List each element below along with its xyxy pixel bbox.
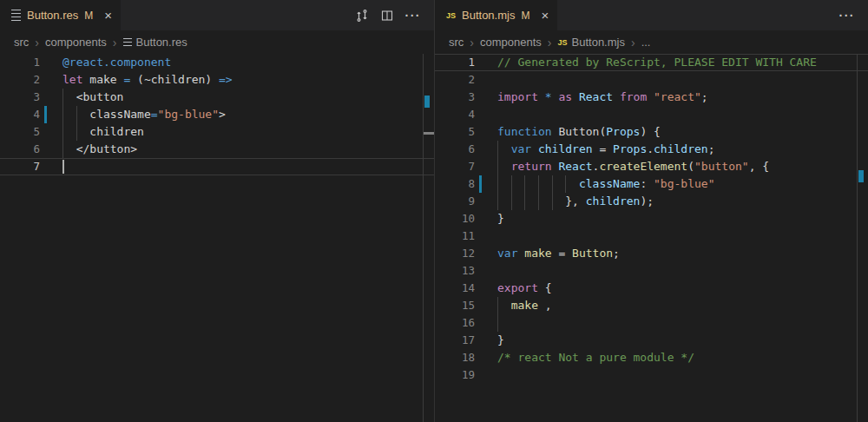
code-line-1[interactable]: 1@react.component — [0, 54, 434, 71]
token: "react" — [654, 90, 701, 103]
left-breadcrumb: src›components›Button.res — [0, 30, 434, 54]
code-line-19[interactable]: 19 — [435, 366, 868, 384]
line-number[interactable]: 11 — [435, 227, 475, 245]
line-number[interactable]: 2 — [0, 71, 40, 89]
tab-button-res[interactable]: Button.res M × — [0, 0, 121, 30]
list-file-icon — [11, 10, 21, 21]
indent-guide — [538, 175, 539, 193]
code-text — [62, 158, 434, 175]
line-number[interactable]: 16 — [435, 314, 475, 332]
token: "bg-blue" — [654, 177, 714, 190]
close-icon[interactable]: × — [104, 9, 112, 22]
code-line-18[interactable]: 18/* react Not a pure module */ — [435, 349, 868, 366]
breadcrumb-item[interactable]: components — [45, 36, 107, 49]
editor-split-view: Button.res M × — [0, 0, 868, 422]
token: </button> — [62, 142, 137, 155]
code-line-15[interactable]: 15 make , — [435, 297, 868, 314]
breadcrumb-item[interactable]: src — [449, 36, 464, 49]
line-number[interactable]: 1 — [435, 54, 475, 71]
line-number[interactable]: 4 — [0, 106, 40, 123]
code-line-5[interactable]: 5function Button(Props) { — [435, 123, 868, 141]
code-line-5[interactable]: 5 children — [0, 123, 434, 141]
code-line-10[interactable]: 10} — [435, 210, 868, 227]
line-number[interactable]: 3 — [435, 89, 475, 106]
code-line-3[interactable]: 3 <button — [0, 89, 434, 106]
code-line-4[interactable]: 4 className="bg-blue"> — [0, 106, 434, 123]
code-line-7[interactable]: 7 return React.createElement("button", { — [435, 158, 868, 175]
close-icon[interactable]: × — [541, 9, 549, 22]
line-number[interactable]: 7 — [435, 158, 475, 175]
line-number[interactable]: 7 — [0, 158, 40, 175]
breadcrumb-item[interactable]: components — [480, 36, 542, 49]
gutter — [40, 141, 62, 158]
code-text: // Generated by ReScript, PLEASE EDIT WI… — [497, 54, 868, 71]
code-text: }, children); — [497, 193, 868, 210]
code-line-2[interactable]: 2 — [435, 71, 868, 89]
line-number[interactable]: 8 — [435, 175, 475, 193]
breadcrumb-item[interactable]: src — [14, 36, 29, 49]
right-code-editor[interactable]: 1// Generated by ReScript, PLEASE EDIT W… — [435, 54, 868, 422]
line-number[interactable]: 10 — [435, 210, 475, 227]
breadcrumb-item[interactable]: Button.res — [123, 36, 187, 49]
line-number[interactable]: 2 — [435, 71, 475, 89]
code-line-7[interactable]: 7 — [0, 158, 434, 175]
token: make — [524, 247, 551, 260]
code-line-6[interactable]: 6 </button> — [0, 141, 434, 158]
code-line-12[interactable]: 12var make = Button; — [435, 245, 868, 262]
code-line-6[interactable]: 6 var children = Props.children; — [435, 141, 868, 158]
line-number[interactable]: 9 — [435, 193, 475, 210]
tab-button-mjs[interactable]: JS Button.mjs M × — [435, 0, 557, 30]
token: = — [593, 142, 613, 155]
line-number[interactable]: 5 — [435, 123, 475, 141]
token: children — [538, 142, 593, 155]
gutter — [475, 227, 497, 245]
editor-actions: ··· — [839, 0, 868, 30]
code-text: var make = Button; — [497, 245, 868, 262]
more-actions-icon[interactable]: ··· — [405, 10, 422, 22]
line-number[interactable]: 18 — [435, 349, 475, 366]
code-line-17[interactable]: 17} — [435, 332, 868, 349]
open-changes-icon[interactable] — [355, 9, 369, 23]
token: import — [497, 90, 538, 103]
modified-lines-mark — [424, 96, 430, 108]
token: { — [538, 281, 552, 294]
split-editor-icon[interactable] — [380, 9, 394, 23]
line-number[interactable]: 12 — [435, 245, 475, 262]
line-number[interactable]: 4 — [435, 106, 475, 123]
code-line-9[interactable]: 9 }, children); — [435, 193, 868, 210]
indent-guide — [76, 106, 77, 123]
code-line-3[interactable]: 3import * as React from "react"; — [435, 89, 868, 106]
breadcrumb-item[interactable]: ... — [641, 36, 651, 49]
code-line-1[interactable]: 1// Generated by ReScript, PLEASE EDIT W… — [435, 54, 868, 71]
line-number[interactable]: 1 — [0, 54, 40, 71]
line-number[interactable]: 6 — [435, 141, 475, 158]
line-number[interactable]: 19 — [435, 366, 475, 384]
token: className — [579, 177, 640, 190]
breadcrumb-item[interactable]: JSButton.mjs — [558, 36, 625, 49]
token: ( — [687, 160, 694, 173]
token — [497, 160, 511, 173]
code-line-11[interactable]: 11 — [435, 227, 868, 245]
js-file-icon: JS — [446, 11, 456, 20]
line-number[interactable]: 13 — [435, 262, 475, 280]
code-line-8[interactable]: 8 className: "bg-blue" — [435, 175, 868, 193]
left-code-editor[interactable]: 1@react.component2let make = (~children)… — [0, 54, 434, 422]
line-number[interactable]: 17 — [435, 332, 475, 349]
line-number[interactable]: 15 — [435, 297, 475, 314]
code-line-2[interactable]: 2let make = (~children) => — [0, 71, 434, 89]
line-number[interactable]: 5 — [0, 123, 40, 141]
code-text: let make = (~children) => — [62, 71, 434, 89]
token: make — [82, 73, 123, 86]
line-number[interactable]: 6 — [0, 141, 40, 158]
more-actions-icon[interactable]: ··· — [839, 10, 856, 22]
line-number[interactable]: 3 — [0, 89, 40, 106]
indent-guide — [497, 141, 498, 158]
code-line-13[interactable]: 13 — [435, 262, 868, 280]
line-number[interactable]: 14 — [435, 280, 475, 297]
code-text: </button> — [62, 141, 434, 158]
code-line-16[interactable]: 16 — [435, 314, 868, 332]
indent-guide — [62, 106, 63, 123]
code-line-14[interactable]: 14export { — [435, 280, 868, 297]
code-line-4[interactable]: 4 — [435, 106, 868, 123]
gutter — [475, 262, 497, 280]
